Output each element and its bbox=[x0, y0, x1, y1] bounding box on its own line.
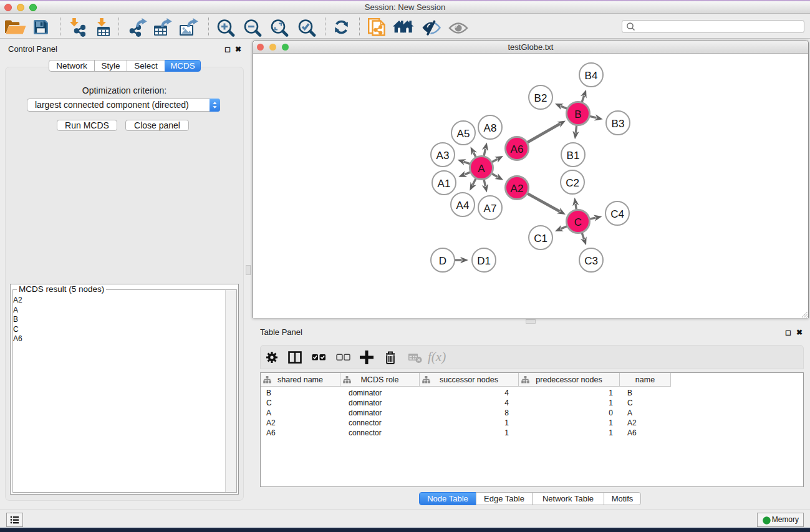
svg-text:D1: D1 bbox=[477, 255, 491, 267]
svg-text:B: B bbox=[574, 109, 581, 120]
svg-text:B2: B2 bbox=[534, 92, 547, 104]
svg-text:C2: C2 bbox=[566, 177, 579, 189]
svg-text:B3: B3 bbox=[612, 118, 625, 130]
svg-text:A7: A7 bbox=[484, 203, 497, 215]
svg-text:A2: A2 bbox=[511, 183, 524, 195]
svg-text:B1: B1 bbox=[567, 150, 580, 162]
svg-text:D: D bbox=[439, 255, 446, 267]
svg-text:C3: C3 bbox=[584, 255, 598, 267]
svg-text:A3: A3 bbox=[436, 150, 450, 162]
svg-text:A1: A1 bbox=[438, 178, 451, 190]
svg-text:C1: C1 bbox=[534, 233, 547, 244]
svg-text:A6: A6 bbox=[511, 143, 524, 155]
svg-text:C: C bbox=[574, 216, 582, 228]
svg-text:A: A bbox=[478, 163, 485, 175]
svg-text:A4: A4 bbox=[456, 200, 470, 211]
svg-text:C4: C4 bbox=[610, 208, 624, 220]
svg-text:B4: B4 bbox=[585, 70, 598, 82]
svg-text:A8: A8 bbox=[484, 122, 497, 134]
svg-text:A5: A5 bbox=[457, 128, 470, 140]
